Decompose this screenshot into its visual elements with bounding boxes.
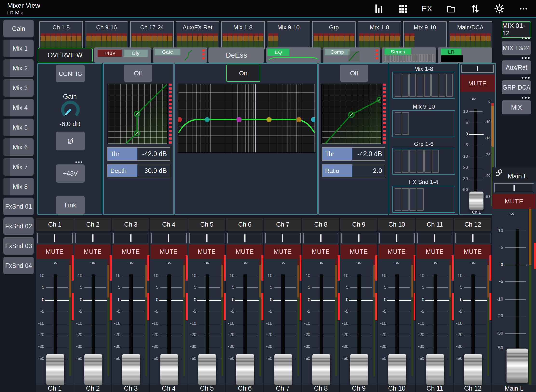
fader-handle[interactable] bbox=[312, 354, 330, 385]
bank-tab-grp[interactable]: Grp bbox=[312, 21, 356, 49]
sidebar-item-mix-6[interactable]: Mix 6 bbox=[3, 138, 34, 156]
main-pan-slider[interactable] bbox=[494, 183, 534, 192]
send-group-fx-snd-1-4[interactable] bbox=[392, 186, 455, 213]
layer-button-mix[interactable]: MIX bbox=[502, 100, 531, 114]
fader-handle[interactable] bbox=[350, 354, 368, 385]
channel-name[interactable]: Ch 1 bbox=[36, 218, 74, 232]
link-button[interactable]: Link bbox=[56, 196, 85, 214]
eq-band-handle[interactable] bbox=[178, 117, 182, 122]
config-button[interactable]: CONFIG bbox=[56, 65, 85, 82]
bank-tab-mix-1-8[interactable]: Mix 1-8 bbox=[221, 21, 265, 49]
mute-button[interactable]: MUTE bbox=[460, 75, 495, 92]
overview-button[interactable]: OVERVIEW bbox=[38, 48, 93, 62]
pan-slider[interactable] bbox=[189, 233, 225, 243]
pan-slider[interactable] bbox=[75, 233, 111, 243]
layer-button-aux-ret[interactable]: Aux/Ret bbox=[502, 60, 531, 74]
fader-handle[interactable] bbox=[160, 354, 178, 385]
send-slot[interactable] bbox=[431, 74, 438, 97]
bank-tab-ch-1-8[interactable]: Ch 1-8 bbox=[39, 21, 83, 49]
send-slot[interactable] bbox=[402, 74, 409, 97]
pan-slider[interactable] bbox=[455, 233, 490, 243]
sidebar-item-mix-5[interactable]: Mix 5 bbox=[3, 119, 34, 136]
more-options-icon[interactable] bbox=[522, 97, 530, 99]
channel-name[interactable]: Ch 6 bbox=[226, 218, 263, 232]
main-fader-track[interactable] bbox=[516, 229, 519, 367]
bank-tab-ch-9-16[interactable]: Ch 9-16 bbox=[85, 21, 128, 49]
send-slot[interactable] bbox=[439, 74, 446, 97]
layer-button-mix-13-24[interactable]: MIX 13/24 bbox=[502, 41, 531, 55]
send-slot[interactable] bbox=[417, 150, 424, 173]
send-slot[interactable] bbox=[409, 188, 416, 211]
fader-handle[interactable] bbox=[46, 354, 64, 385]
send-slot[interactable] bbox=[402, 112, 409, 135]
channel-name[interactable]: Ch 3 bbox=[112, 218, 149, 232]
phase-button[interactable]: Ø bbox=[56, 132, 85, 150]
fader-handle[interactable] bbox=[84, 354, 102, 385]
send-slot[interactable] bbox=[395, 188, 401, 211]
pan-slider[interactable] bbox=[461, 65, 494, 73]
send-slot[interactable] bbox=[446, 74, 453, 97]
mute-button[interactable]: MUTE bbox=[265, 244, 301, 259]
fader-handle[interactable] bbox=[388, 354, 406, 385]
pan-slider[interactable] bbox=[227, 233, 262, 243]
sidebar-item-fxsnd-01[interactable]: FxSnd 01 bbox=[3, 198, 34, 215]
channel-name[interactable]: Ch 12 bbox=[454, 218, 491, 232]
phantom-48v-button[interactable]: +48V bbox=[56, 164, 85, 183]
pan-slider[interactable] bbox=[113, 233, 148, 243]
sidebar-item-fxsnd-02[interactable]: FxSnd 02 bbox=[3, 217, 34, 235]
layer-button-mix-01-12[interactable]: MIX 01-12 bbox=[502, 21, 531, 38]
settings-gear-icon[interactable] bbox=[494, 3, 505, 14]
send-slot[interactable] bbox=[409, 150, 416, 173]
send-slot[interactable] bbox=[417, 74, 423, 97]
sidebar-item-mix-4[interactable]: Mix 4 bbox=[3, 99, 34, 116]
comp-ratio-row[interactable]: Ratio 2.0 bbox=[322, 164, 385, 177]
fader-handle[interactable] bbox=[426, 354, 444, 385]
send-slot[interactable] bbox=[402, 188, 409, 211]
bank-tab-mtx-9-10[interactable]: Mtx 9-10 bbox=[403, 21, 447, 49]
send-slot[interactable] bbox=[417, 188, 424, 211]
folder-icon[interactable] bbox=[446, 3, 456, 14]
eq-band-handle[interactable] bbox=[266, 117, 272, 122]
swap-vertical-icon[interactable] bbox=[470, 3, 481, 14]
pan-slider[interactable] bbox=[379, 233, 415, 243]
pan-slider[interactable] bbox=[417, 233, 453, 243]
mute-button[interactable]: MUTE bbox=[75, 244, 111, 259]
main-out-header[interactable]: Main L bbox=[492, 167, 536, 182]
channel-name[interactable]: Ch 10 bbox=[378, 218, 415, 232]
send-slot[interactable] bbox=[395, 150, 401, 173]
bank-tab-mtx-1-8[interactable]: Mtx 1-8 bbox=[358, 21, 401, 49]
main-fader-handle[interactable] bbox=[506, 348, 528, 383]
send-group-mix-1-8[interactable] bbox=[392, 72, 455, 99]
more-options-icon[interactable] bbox=[522, 77, 530, 79]
send-group-grp-1-6[interactable] bbox=[392, 148, 455, 175]
bank-tab-aux-fx-ret[interactable]: Aux/FX Ret bbox=[176, 21, 219, 49]
comp-state-button[interactable]: Off bbox=[340, 65, 368, 82]
fader-handle[interactable] bbox=[274, 354, 292, 385]
send-slot[interactable] bbox=[402, 150, 409, 173]
mute-button[interactable]: MUTE bbox=[37, 244, 73, 259]
sidebar-item-mix-3[interactable]: Mix 3 bbox=[3, 79, 34, 97]
bank-tab-ch-17-24[interactable]: Ch 17-24 bbox=[130, 21, 174, 49]
channel-name[interactable]: Ch 7 bbox=[264, 218, 302, 232]
chain-lr-block[interactable]: LR bbox=[438, 47, 492, 63]
pan-slider[interactable] bbox=[151, 233, 187, 243]
sidebar-item-gain[interactable]: Gain bbox=[3, 20, 34, 37]
eq-band-handle[interactable] bbox=[205, 117, 210, 122]
mute-button[interactable]: MUTE bbox=[379, 244, 415, 259]
meter-bars-icon[interactable] bbox=[374, 3, 384, 14]
mute-button[interactable]: MUTE bbox=[303, 244, 339, 259]
phantom-more-options-icon[interactable] bbox=[75, 161, 82, 163]
channel-name[interactable]: Ch 5 bbox=[188, 218, 226, 232]
send-slot[interactable] bbox=[395, 74, 401, 97]
channel-name[interactable]: Ch 4 bbox=[150, 218, 188, 232]
more-ellipsis-icon[interactable] bbox=[518, 3, 529, 14]
mute-button[interactable]: MUTE bbox=[189, 244, 225, 259]
pan-slider[interactable] bbox=[37, 233, 73, 243]
chain-gate-block[interactable]: Gate bbox=[153, 47, 207, 63]
eq-band-handle[interactable] bbox=[236, 117, 242, 122]
apps-grid-icon[interactable] bbox=[398, 3, 408, 14]
fader-handle[interactable] bbox=[122, 354, 140, 385]
gate-threshold-row[interactable]: Thr -42.0 dB bbox=[107, 147, 170, 161]
comp-threshold-row[interactable]: Thr -42.0 dB bbox=[322, 147, 385, 161]
channel-name[interactable]: Ch 11 bbox=[416, 218, 454, 232]
